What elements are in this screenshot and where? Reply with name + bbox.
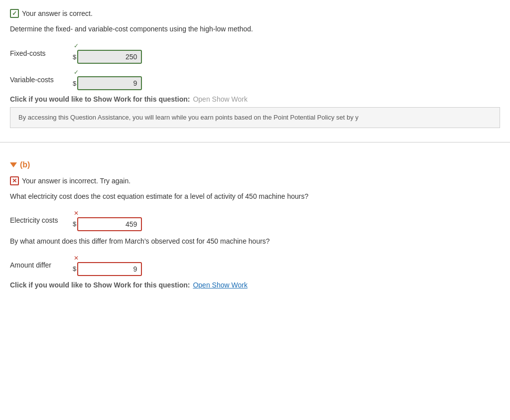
electricity-dollar: $: [73, 220, 76, 228]
answer-status-b: ✕ Your answer is incorrect. Try again.: [10, 176, 500, 185]
correct-check-icon: ✓: [10, 9, 19, 18]
section-divider: [0, 142, 510, 142]
open-show-work-b[interactable]: Open Show Work: [193, 281, 247, 289]
section-b-header: (b): [10, 160, 500, 169]
amount-differ-x-icon: ✕: [74, 255, 79, 262]
answer-incorrect-text: Your answer is incorrect. Try again.: [22, 177, 130, 185]
triangle-icon: [10, 162, 17, 167]
answer-status-a: ✓ Your answer is correct.: [10, 9, 500, 18]
info-text: By accessing this Question Assistance, y…: [18, 114, 359, 121]
fixed-costs-input[interactable]: [77, 50, 142, 64]
electricity-costs-wrapper: ✕ $: [73, 210, 142, 231]
amount-differ-input[interactable]: [77, 262, 142, 276]
electricity-costs-label: Electricity costs: [10, 216, 70, 224]
answer-correct-text: Your answer is correct.: [22, 9, 93, 17]
open-show-work-a[interactable]: Open Show Work: [193, 95, 247, 103]
fixed-costs-row: Fixed-costs ✓ $: [10, 42, 500, 64]
amount-differ-input-wrapper: $: [73, 262, 142, 276]
section-a: ✓ Your answer is correct. Determine the …: [0, 0, 510, 133]
variable-costs-input[interactable]: [77, 76, 142, 90]
info-bar: By accessing this Question Assistance, y…: [10, 107, 500, 128]
question-text-a: Determine the fixed- and variable-cost c…: [10, 24, 500, 34]
fixed-costs-label: Fixed-costs: [10, 49, 70, 57]
electricity-costs-input[interactable]: [77, 217, 142, 231]
amount-differ-row: Amount differ ✕ $: [10, 255, 500, 276]
amount-differ-wrapper: ✕ $: [73, 255, 142, 276]
question-text-b1: What electricity cost does the cost equa…: [10, 191, 500, 202]
amount-differ-label: Amount differ: [10, 261, 70, 269]
show-work-line-b: Click if you would like to Show Work for…: [10, 281, 500, 289]
electricity-costs-row: Electricity costs ✕ $: [10, 210, 500, 231]
fixed-costs-check-icon: ✓: [74, 42, 79, 49]
fixed-costs-input-wrapper: $: [73, 50, 142, 64]
section-b: (b) ✕ Your answer is incorrect. Try agai…: [0, 151, 510, 298]
show-work-label-a: Click if you would like to Show Work for…: [10, 95, 190, 103]
variable-costs-check-icon: ✓: [74, 69, 79, 76]
fixed-costs-dollar: $: [73, 53, 76, 61]
show-work-line-a: Click if you would like to Show Work for…: [10, 95, 500, 103]
electricity-costs-input-wrapper: $: [73, 217, 142, 231]
fixed-costs-wrapper: ✓ $: [73, 42, 142, 64]
variable-costs-wrapper: ✓ $: [73, 69, 142, 90]
question-text-b2: By what amount does this differ from Mar…: [10, 236, 500, 247]
incorrect-x-icon: ✕: [10, 176, 19, 185]
electricity-x-icon: ✕: [74, 210, 79, 217]
variable-costs-dollar: $: [73, 80, 76, 87]
variable-costs-input-wrapper: $: [73, 76, 142, 90]
variable-costs-label: Variable-costs: [10, 76, 70, 84]
section-b-label: (b): [20, 160, 30, 169]
variable-costs-row: Variable-costs ✓ $: [10, 69, 500, 90]
amount-differ-dollar: $: [73, 265, 76, 273]
show-work-label-b: Click if you would like to Show Work for…: [10, 281, 190, 289]
